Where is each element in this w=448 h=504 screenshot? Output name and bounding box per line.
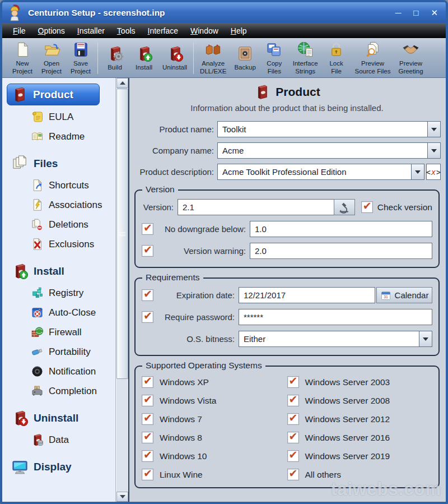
menu-item-interface[interactable]: Interface [142, 24, 184, 38]
checkbox-windows-8[interactable] [142, 432, 153, 443]
toolbar-button-analyze-dll-exe[interactable]: AnalyzeDLL/EXE [196, 39, 230, 77]
no-downgrade-checkbox[interactable] [142, 223, 153, 235]
sidebar-item-readme[interactable]: Readme [28, 127, 113, 146]
os-bitness-combo[interactable]: Either [239, 331, 432, 347]
toolbar-button-save-project[interactable]: SaveProject [66, 39, 95, 77]
checkbox-windows-vista[interactable] [142, 395, 153, 406]
sidebar-item-product[interactable]: Product [7, 84, 100, 105]
checkbox-windows-10[interactable] [142, 450, 153, 462]
expiration-date-input[interactable] [239, 287, 375, 303]
maximize-button[interactable]: □ [413, 7, 418, 19]
menu-item-options[interactable]: Options [32, 24, 71, 38]
product-name-value[interactable]: Toolkit [218, 122, 427, 137]
checkbox-all-others[interactable] [287, 469, 299, 480]
toolbar-button-interface-strings[interactable]: InterfaceStrings [289, 39, 322, 77]
sidebar-item-label: Portability [49, 346, 91, 358]
sidebar-item-auto-close[interactable]: Auto-Close [28, 303, 113, 322]
toolbar-button-label: SaveProject [71, 60, 91, 75]
company-name-value[interactable]: Acme [218, 143, 427, 158]
company-name-combo[interactable]: Acme [217, 142, 441, 159]
menu-item-window[interactable]: Window [184, 24, 225, 38]
sidebar-item-uninstall[interactable]: Uninstall [8, 408, 113, 428]
toolbar-button-preview-greeting[interactable]: PreviewGreeting [394, 39, 427, 77]
scroll-up-button[interactable] [116, 78, 128, 88]
sidebar-item-label: Readme [49, 131, 85, 142]
scrollbar-grip [119, 231, 125, 237]
require-password-checkbox[interactable] [142, 311, 153, 323]
check-version-checkbox[interactable] [361, 201, 373, 213]
window-controls: ─ □ ✕ [395, 7, 440, 19]
product-name-combo[interactable]: Toolkit [217, 121, 441, 137]
toolbar-button-open-project[interactable]: OpenProject [37, 39, 66, 77]
sidebar-item-associations[interactable]: Associations [28, 196, 113, 214]
expiration-date-checkbox[interactable] [142, 289, 153, 301]
menu-item-help[interactable]: Help [225, 24, 253, 38]
os-label-windows-server-2016: Windows Server 2016 [305, 433, 390, 443]
checkbox-windows-server-2012[interactable] [287, 413, 299, 425]
sidebar-item-shortcuts[interactable]: Shortcuts [28, 176, 113, 195]
scrollbar-thumb[interactable] [116, 89, 128, 379]
toolbar-button-build[interactable]: Build [100, 43, 129, 73]
checkbox-windows-server-2008[interactable] [287, 395, 299, 406]
menu-item-tools[interactable]: Tools [111, 24, 142, 38]
minimize-button[interactable]: ─ [395, 7, 402, 19]
version-warning-input[interactable] [250, 243, 432, 259]
checkbox-windows-7[interactable] [142, 413, 153, 425]
company-name-dropdown-button[interactable] [427, 143, 440, 158]
toolbar-button-install[interactable]: Install [129, 43, 158, 73]
os-label-windows-10: Windows 10 [160, 451, 207, 461]
variable-insert-button[interactable]: <x> [426, 164, 441, 180]
product-description-combo[interactable]: Acme Toolkit Professional Edition [217, 164, 424, 180]
toolbar-button-label: CopyFiles [267, 60, 282, 75]
checkbox-windows-server-2003[interactable] [287, 376, 299, 388]
toolbar-button-uninstall[interactable]: Uninstall [158, 43, 191, 73]
sidebar-item-deletions[interactable]: Deletions [28, 215, 113, 234]
checkbox-windows-xp[interactable] [142, 376, 153, 388]
sidebar-item-label: Install [34, 265, 64, 278]
sidebar-item-eula[interactable]: EULA [28, 108, 113, 126]
sidebar-item-display[interactable]: Display [8, 456, 113, 477]
version-groupbox: Version Version: Check version [134, 189, 440, 268]
sidebar-item-completion[interactable]: Completion [28, 382, 113, 400]
menu-item-file[interactable]: File [7, 24, 32, 38]
toolbar-button-lock-file[interactable]: LockFile [322, 39, 351, 77]
sidebar-item-files[interactable]: Files [8, 153, 113, 174]
toolbar-button-backup[interactable]: Backup [230, 43, 259, 73]
sidebar-item-label: Firewall [49, 327, 82, 338]
os-bitness-dropdown-button[interactable] [419, 331, 432, 346]
speaker-icon [30, 364, 44, 378]
close-button[interactable]: ✕ [431, 7, 438, 19]
checkbox-linux-wine[interactable] [142, 469, 153, 480]
os-row-windows-vista: Windows Vista [142, 395, 287, 406]
scrollbar-track[interactable] [116, 88, 128, 492]
sidebar-item-exclusions[interactable]: Exclusions [28, 235, 113, 253]
sidebar-item-install[interactable]: Install [8, 261, 113, 281]
calendar-button[interactable]: 31 Calendar [376, 287, 432, 303]
menu-item-installer[interactable]: Installer [71, 24, 111, 38]
sidebar-item-registry[interactable]: Registry [28, 284, 113, 302]
pages-icon [11, 155, 29, 172]
analyze-version-button[interactable] [334, 199, 355, 215]
version-warning-checkbox[interactable] [142, 245, 153, 257]
sidebar-item-notification[interactable]: Notification [28, 362, 113, 381]
sidebar-item-label: Data [49, 434, 69, 446]
product-name-dropdown-button[interactable] [427, 122, 440, 137]
sidebar-item-label: Associations [49, 200, 102, 211]
toolbar-button-preview-source-files[interactable]: PreviewSource Files [351, 39, 395, 77]
no-downgrade-input[interactable] [250, 221, 432, 237]
toolbar-button-copy-files[interactable]: CopyFiles [260, 39, 289, 77]
checkbox-windows-server-2016[interactable] [287, 432, 299, 443]
toolbar-button-new-project[interactable]: NewProject [8, 39, 37, 77]
password-input[interactable] [239, 309, 432, 325]
scroll-down-button[interactable] [116, 492, 128, 502]
sidebar-item-portability[interactable]: Portability [28, 343, 113, 361]
version-input[interactable] [178, 199, 334, 215]
os-row-windows-server-2008: Windows Server 2008 [287, 395, 433, 406]
sidebar-item-data[interactable]: Data [28, 431, 113, 449]
product-description-value[interactable]: Acme Toolkit Professional Edition [218, 164, 411, 179]
product-description-dropdown-button[interactable] [411, 164, 424, 179]
checkbox-windows-server-2019[interactable] [287, 450, 299, 462]
sidebar-item-firewall[interactable]: Firewall [28, 323, 113, 341]
os-bitness-value[interactable]: Either [239, 331, 419, 346]
toolbar-separator [193, 43, 194, 74]
